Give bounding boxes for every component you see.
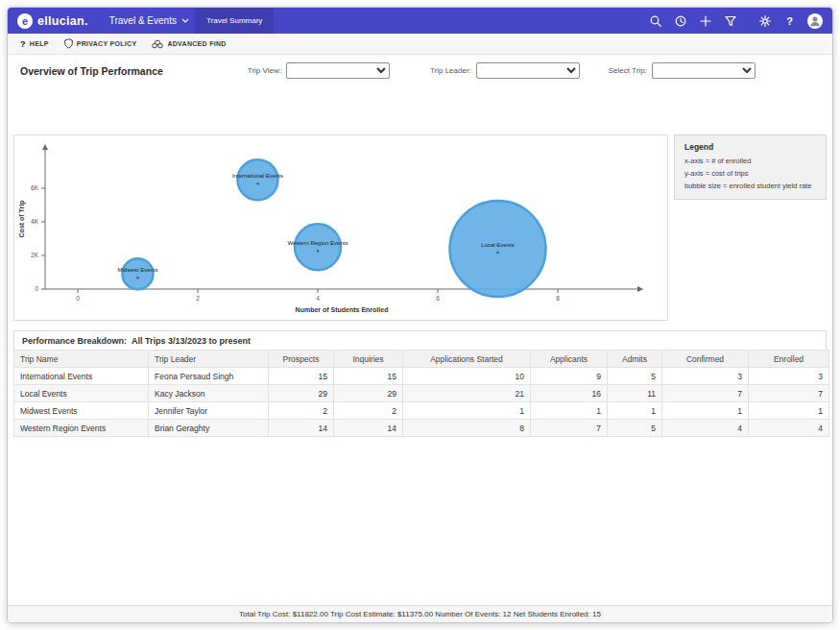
svg-text:6K: 6K — [31, 184, 39, 191]
app-name-label: Travel & Events — [109, 15, 177, 26]
filter-icon[interactable] — [723, 13, 737, 28]
desktop-background: ellucian. Travel & Events Travel Summary — [0, 0, 840, 630]
bubble-chart[interactable]: 0246802K4K6KLocal EventsWestern Region E… — [14, 135, 667, 320]
chart-legend: Legend x-axis = # of enrolled y-axis = c… — [674, 134, 827, 200]
privacy-policy-link[interactable]: PRIVACY POLICY — [64, 38, 137, 49]
bubble-point-marker — [257, 182, 259, 184]
column-header[interactable]: Admits — [608, 351, 662, 368]
chevron-down-icon — [181, 18, 189, 23]
cell: 2 — [269, 402, 334, 420]
bubble-chart-panel: 0246802K4K6KLocal EventsWestern Region E… — [13, 134, 668, 321]
trip-leader-select[interactable] — [476, 62, 580, 79]
performance-table-container: Trip NameTrip LeaderProspectsInquiriesAp… — [13, 350, 827, 437]
help-icon[interactable] — [782, 13, 797, 28]
cell: 11 — [608, 385, 662, 402]
trip-view-label: Trip View: — [248, 66, 281, 75]
shield-icon — [64, 38, 73, 49]
bubble-label: Western Region Events — [288, 240, 348, 246]
table-row[interactable]: Midwest EventsJennifer Taylor2211111 — [14, 402, 829, 420]
column-header[interactable]: Applicants — [531, 351, 608, 368]
cell: 8 — [403, 420, 531, 437]
table-subtitle: All Trips 3/13/2023 to present — [132, 336, 251, 346]
help-label: HELP — [30, 40, 49, 47]
cell: 1 — [531, 402, 608, 420]
bubble-point-marker — [137, 277, 139, 279]
cell: 4 — [749, 420, 829, 437]
column-header[interactable]: Trip Leader — [149, 351, 269, 368]
select-trip-label: Select Trip: — [609, 66, 647, 75]
tab-travel-summary[interactable]: Travel Summary — [195, 8, 274, 34]
settings-gear-icon[interactable] — [757, 13, 772, 28]
search-icon[interactable] — [648, 13, 662, 28]
privacy-policy-label: PRIVACY POLICY — [77, 40, 137, 47]
add-icon[interactable] — [698, 13, 712, 28]
cell: 1 — [403, 402, 531, 420]
brand-name: ellucian. — [37, 14, 88, 28]
cell: 7 — [531, 420, 608, 437]
svg-text:2: 2 — [196, 295, 200, 302]
svg-text:8: 8 — [556, 295, 560, 302]
page-title: Overview of Trip Performance — [20, 65, 163, 77]
legend-line-y: y-axis = cost of trips — [684, 169, 816, 178]
binoculars-icon — [152, 39, 163, 49]
table-row[interactable]: International EventsFeona Persaud Singh1… — [14, 368, 829, 385]
cell: 7 — [662, 385, 749, 402]
avatar[interactable] — [807, 13, 823, 29]
cell: 14 — [334, 420, 403, 437]
column-header[interactable]: Applications Started — [403, 351, 531, 368]
app-switcher[interactable]: Travel & Events — [106, 8, 193, 34]
column-header[interactable]: Trip Name — [14, 351, 149, 368]
cell-trip-name: Local Events — [14, 385, 149, 402]
advanced-find-label: ADVANCED FIND — [167, 40, 226, 47]
chart-bubble[interactable] — [123, 258, 154, 289]
svg-text:6: 6 — [436, 295, 440, 302]
select-trip-select[interactable] — [652, 62, 756, 79]
secondary-toolbar: HELP PRIVACY POLICY ADVANCED FIND — [8, 34, 832, 55]
cell: Feona Persaud Singh — [149, 368, 269, 385]
cell: 15 — [269, 368, 334, 385]
cell-trip-name: International Events — [14, 368, 149, 385]
cell: 15 — [334, 368, 403, 385]
bubble-label: Midwest Events — [117, 267, 157, 273]
legend-line-size: bubble size = enrolled student yield rat… — [684, 182, 816, 190]
x-axis-label: Number of Students Enrolled — [296, 306, 389, 313]
svg-text:0: 0 — [35, 285, 38, 292]
cell: 29 — [269, 385, 334, 402]
cell-trip-name: Midwest Events — [14, 402, 149, 420]
cell: Jennifer Taylor — [149, 402, 269, 420]
table-header-row: Trip NameTrip LeaderProspectsInquiriesAp… — [14, 351, 829, 368]
cell: 10 — [403, 368, 531, 385]
cell: 14 — [269, 420, 334, 437]
chart-bubble[interactable] — [295, 224, 341, 270]
column-header[interactable]: Inquiries — [334, 351, 403, 368]
cell: 5 — [608, 420, 662, 437]
cell-trip-name: Western Region Events — [14, 420, 149, 437]
trip-view-select[interactable] — [286, 62, 390, 79]
recent-items-icon[interactable] — [673, 13, 687, 28]
cell: 1 — [662, 402, 749, 420]
cell: 3 — [749, 368, 829, 385]
cell: 7 — [749, 385, 829, 402]
bubble-point-marker — [497, 252, 499, 254]
column-header[interactable]: Prospects — [269, 351, 334, 368]
status-bar: Total Trip Cost: $11822.00 Trip Cost Est… — [8, 605, 832, 622]
column-header[interactable]: Enrolled — [749, 351, 829, 368]
svg-text:0: 0 — [76, 295, 80, 302]
column-header[interactable]: Confirmed — [662, 351, 749, 368]
cell: 29 — [334, 385, 403, 402]
table-title-bar: Performance Breakdown: All Trips 3/13/20… — [13, 330, 827, 350]
cell: 21 — [403, 385, 531, 402]
advanced-find-link[interactable]: ADVANCED FIND — [152, 39, 226, 49]
cell: 9 — [531, 368, 608, 385]
svg-text:4: 4 — [316, 295, 320, 302]
table-row[interactable]: Western Region EventsBrian Geraghty14148… — [14, 420, 829, 437]
table-row[interactable]: Local EventsKacy Jackson292921161177 — [14, 385, 829, 402]
bubble-label: International Events — [232, 173, 283, 179]
help-link[interactable]: HELP — [20, 39, 49, 49]
cell: 4 — [662, 420, 749, 437]
chart-bubble[interactable] — [450, 201, 546, 297]
bubble-label: Local Events — [481, 242, 514, 248]
performance-table: Trip NameTrip LeaderProspectsInquiriesAp… — [13, 350, 829, 437]
chart-bubble[interactable] — [238, 159, 278, 200]
totals-summary: Total Trip Cost: $11822.00 Trip Cost Est… — [239, 610, 601, 618]
